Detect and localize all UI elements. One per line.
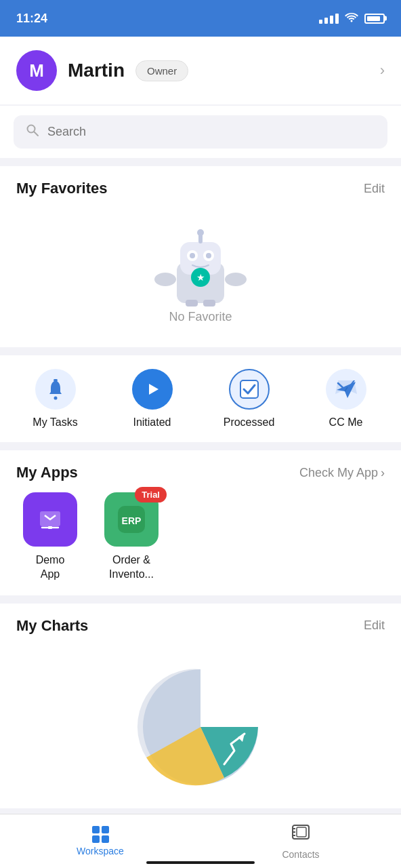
svg-point-3 — [225, 273, 247, 286]
contacts-icon — [291, 823, 310, 846]
app-demo[interactable]: Demo App — [16, 492, 84, 582]
erp-icon-wrapper: ERP Trial — [104, 492, 159, 547]
status-bar: 11:24 — [0, 0, 401, 37]
no-favorite-container: ★ No Favorite — [16, 208, 385, 331]
action-initiated[interactable]: Initiated — [112, 369, 193, 429]
demo-icon-wrapper — [23, 492, 77, 547]
svg-point-16 — [54, 397, 57, 400]
profile-section: M Martin Owner › — [0, 37, 401, 104]
chevron-right-icon: › — [381, 466, 385, 480]
svg-rect-15 — [203, 300, 215, 307]
initiated-icon-circle — [132, 369, 173, 410]
search-section — [0, 106, 401, 158]
favorites-edit-button[interactable]: Edit — [364, 182, 385, 196]
battery-icon — [364, 14, 385, 24]
avatar: M — [16, 50, 57, 91]
charts-header: My Charts Edit — [16, 617, 385, 635]
no-favorite-text: No Favorite — [169, 310, 232, 324]
svg-point-7 — [190, 253, 195, 258]
nav-contacts[interactable]: Contacts — [200, 817, 401, 865]
apps-section: My Apps Check My App › Demo App — [0, 450, 401, 595]
action-my-tasks[interactable]: My Tasks — [15, 369, 96, 429]
svg-text:★: ★ — [196, 272, 205, 283]
action-ccme[interactable]: CC Me — [305, 369, 387, 429]
trial-badge: Trial — [135, 487, 167, 502]
check-icon — [239, 379, 259, 399]
svg-rect-21 — [48, 526, 52, 529]
search-bar[interactable] — [14, 115, 387, 149]
ccme-icon-circle — [326, 369, 366, 410]
quick-actions-section: My Tasks Initiated Processed — [0, 355, 401, 442]
profile-name: Martin — [68, 60, 125, 81]
apps-header: My Apps Check My App › — [16, 464, 385, 481]
apps-grid: Demo App ERP Trial Order & Invento... — [16, 492, 385, 582]
processed-label: Processed — [224, 416, 275, 429]
signal-icon — [319, 14, 339, 24]
nav-indicator — [146, 861, 255, 864]
profile-left: M Martin Owner — [16, 50, 188, 91]
robot-illustration: ★ — [146, 222, 255, 310]
demo-app-icon — [23, 492, 77, 547]
status-icons — [319, 12, 385, 26]
contacts-label: Contacts — [282, 849, 319, 860]
svg-point-11 — [197, 229, 204, 236]
tasks-icon-circle — [35, 369, 76, 410]
charts-edit-button[interactable]: Edit — [364, 618, 385, 633]
demo-app-label: Demo App — [36, 553, 65, 582]
apps-title: My Apps — [16, 464, 78, 481]
tasks-label: My Tasks — [33, 416, 77, 429]
svg-rect-14 — [186, 300, 198, 307]
ccme-label: CC Me — [329, 416, 363, 429]
processed-icon-circle — [229, 369, 270, 410]
svg-point-2 — [154, 273, 176, 286]
svg-rect-29 — [297, 827, 306, 837]
workspace-icon — [92, 826, 109, 843]
check-my-app-button[interactable]: Check My App › — [299, 466, 385, 480]
status-time: 11:24 — [16, 12, 47, 26]
svg-point-9 — [206, 253, 211, 258]
wifi-icon — [344, 12, 359, 26]
nav-workspace[interactable]: Workspace — [0, 821, 200, 862]
workspace-label: Workspace — [77, 846, 124, 856]
charts-section: My Charts Edit — [0, 604, 401, 808]
erp-app-label: Order & Invento... — [109, 553, 154, 582]
profile-chevron-icon[interactable]: › — [380, 62, 385, 79]
play-icon — [143, 380, 162, 399]
action-processed[interactable]: Processed — [209, 369, 290, 429]
favorites-title: My Favorites — [16, 180, 108, 197]
svg-marker-18 — [149, 384, 159, 395]
chart-container — [16, 646, 385, 808]
svg-rect-17 — [54, 379, 58, 381]
svg-text:ERP: ERP — [122, 515, 142, 526]
charts-title: My Charts — [16, 617, 88, 635]
search-icon — [26, 123, 39, 140]
search-input[interactable] — [47, 125, 375, 139]
app-erp[interactable]: ERP Trial Order & Invento... — [98, 492, 165, 582]
mail-icon — [335, 380, 357, 398]
pie-chart — [126, 659, 275, 795]
favorites-header: My Favorites Edit — [16, 180, 385, 197]
bottom-nav: Workspace Contacts — [0, 814, 401, 868]
svg-line-1 — [35, 132, 39, 136]
bell-icon — [45, 378, 66, 400]
favorites-section: My Favorites Edit ★ — [0, 166, 401, 347]
initiated-label: Initiated — [133, 416, 171, 429]
owner-badge: Owner — [135, 60, 188, 81]
